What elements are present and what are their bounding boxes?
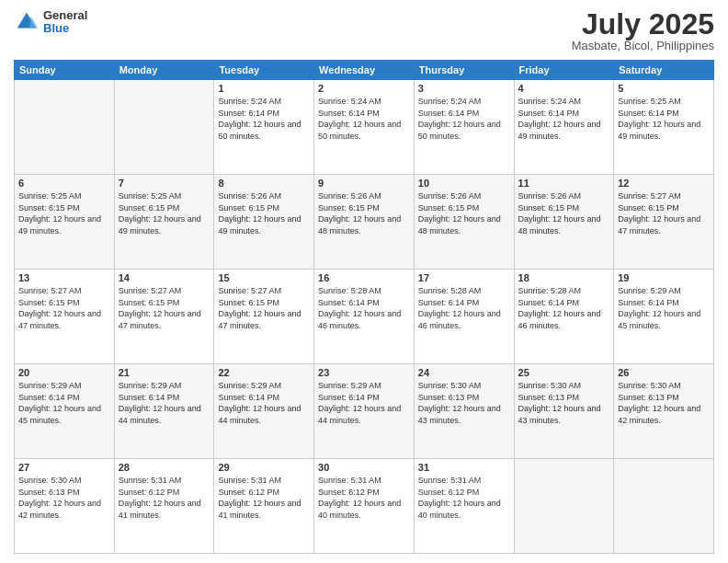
day-info: Sunrise: 5:25 AMSunset: 6:15 PMDaylight:… [18,190,110,236]
calendar-day-cell [15,80,115,175]
day-info: Sunrise: 5:24 AMSunset: 6:14 PMDaylight:… [518,96,610,142]
day-number: 20 [18,367,110,378]
calendar-day-cell: 21Sunrise: 5:29 AMSunset: 6:14 PMDayligh… [114,364,214,459]
day-number: 14 [119,272,210,283]
day-info: Sunrise: 5:24 AMSunset: 6:14 PMDaylight:… [218,96,310,142]
day-number: 30 [318,462,410,473]
day-number: 29 [218,462,310,473]
day-number: 31 [418,462,510,473]
day-number: 10 [418,178,510,189]
day-number: 9 [318,178,410,189]
calendar-location: Masbate, Bicol, Philippines [572,39,714,52]
logo: General Blue [14,9,87,36]
day-info: Sunrise: 5:27 AMSunset: 6:15 PMDaylight:… [618,190,710,236]
day-info: Sunrise: 5:27 AMSunset: 6:15 PMDaylight:… [18,285,110,331]
calendar-day-cell: 31Sunrise: 5:31 AMSunset: 6:12 PMDayligh… [414,459,514,554]
logo-blue: Blue [43,22,87,35]
calendar-day-cell: 23Sunrise: 5:29 AMSunset: 6:14 PMDayligh… [314,364,415,459]
calendar-day-cell: 8Sunrise: 5:26 AMSunset: 6:15 PMDaylight… [214,175,314,270]
day-info: Sunrise: 5:29 AMSunset: 6:14 PMDaylight:… [618,285,710,331]
calendar-day-cell: 7Sunrise: 5:25 AMSunset: 6:15 PMDaylight… [114,175,214,270]
day-number: 24 [418,367,510,378]
calendar-day-cell: 11Sunrise: 5:26 AMSunset: 6:15 PMDayligh… [514,175,614,270]
weekday-header: Sunday [15,61,115,80]
day-number: 19 [618,272,710,283]
day-number: 25 [518,367,610,378]
calendar-day-cell: 5Sunrise: 5:25 AMSunset: 6:14 PMDaylight… [614,80,714,175]
day-number: 17 [418,272,510,283]
calendar-day-cell: 10Sunrise: 5:26 AMSunset: 6:15 PMDayligh… [414,175,514,270]
day-number: 3 [418,83,510,94]
day-number: 4 [518,83,610,94]
day-number: 2 [318,83,410,94]
calendar-week-row: 6Sunrise: 5:25 AMSunset: 6:15 PMDaylight… [15,175,714,270]
day-info: Sunrise: 5:27 AMSunset: 6:15 PMDaylight:… [218,285,310,331]
day-info: Sunrise: 5:26 AMSunset: 6:15 PMDaylight:… [218,190,310,236]
day-info: Sunrise: 5:24 AMSunset: 6:14 PMDaylight:… [418,96,510,142]
calendar-day-cell: 16Sunrise: 5:28 AMSunset: 6:14 PMDayligh… [314,270,415,364]
day-info: Sunrise: 5:30 AMSunset: 6:13 PMDaylight:… [618,380,710,426]
calendar-day-cell: 20Sunrise: 5:29 AMSunset: 6:14 PMDayligh… [15,364,115,459]
calendar-day-cell: 17Sunrise: 5:28 AMSunset: 6:14 PMDayligh… [414,270,514,364]
weekday-header: Tuesday [214,61,314,80]
day-number: 7 [119,178,210,189]
calendar-day-cell: 15Sunrise: 5:27 AMSunset: 6:15 PMDayligh… [214,270,314,364]
calendar-day-cell: 2Sunrise: 5:24 AMSunset: 6:14 PMDaylight… [314,80,415,175]
day-info: Sunrise: 5:29 AMSunset: 6:14 PMDaylight:… [18,380,110,426]
day-number: 16 [318,272,410,283]
weekday-header: Friday [514,61,614,80]
day-number: 12 [618,178,710,189]
day-info: Sunrise: 5:25 AMSunset: 6:14 PMDaylight:… [618,96,710,142]
day-number: 15 [218,272,310,283]
calendar-day-cell: 26Sunrise: 5:30 AMSunset: 6:13 PMDayligh… [614,364,714,459]
day-info: Sunrise: 5:30 AMSunset: 6:13 PMDaylight:… [518,380,610,426]
svg-marker-1 [29,17,38,29]
day-number: 27 [18,462,110,473]
day-number: 1 [218,83,310,94]
day-info: Sunrise: 5:26 AMSunset: 6:15 PMDaylight:… [518,190,610,236]
day-info: Sunrise: 5:26 AMSunset: 6:15 PMDaylight:… [318,190,410,236]
calendar-day-cell: 27Sunrise: 5:30 AMSunset: 6:13 PMDayligh… [15,459,115,554]
calendar-day-cell [614,459,714,554]
weekday-header: Monday [114,61,214,80]
weekday-header: Wednesday [314,61,415,80]
calendar-day-cell [114,80,214,175]
day-info: Sunrise: 5:26 AMSunset: 6:15 PMDaylight:… [418,190,510,236]
page: General Blue July 2025 Masbate, Bicol, P… [0,0,728,563]
day-number: 26 [618,367,710,378]
calendar-day-cell: 24Sunrise: 5:30 AMSunset: 6:13 PMDayligh… [414,364,514,459]
title-block: July 2025 Masbate, Bicol, Philippines [572,9,714,52]
calendar-table: SundayMondayTuesdayWednesdayThursdayFrid… [14,60,714,554]
day-number: 13 [18,272,110,283]
day-number: 5 [618,83,710,94]
calendar-day-cell [514,459,614,554]
day-info: Sunrise: 5:28 AMSunset: 6:14 PMDaylight:… [318,285,410,331]
calendar-day-cell: 3Sunrise: 5:24 AMSunset: 6:14 PMDaylight… [414,80,514,175]
day-info: Sunrise: 5:31 AMSunset: 6:12 PMDaylight:… [318,475,410,521]
day-number: 6 [18,178,110,189]
calendar-day-cell: 14Sunrise: 5:27 AMSunset: 6:15 PMDayligh… [114,270,214,364]
calendar-day-cell: 18Sunrise: 5:28 AMSunset: 6:14 PMDayligh… [514,270,614,364]
day-info: Sunrise: 5:29 AMSunset: 6:14 PMDaylight:… [318,380,410,426]
day-info: Sunrise: 5:30 AMSunset: 6:13 PMDaylight:… [18,475,110,521]
logo-icon [14,9,40,35]
day-info: Sunrise: 5:30 AMSunset: 6:13 PMDaylight:… [418,380,510,426]
day-info: Sunrise: 5:27 AMSunset: 6:15 PMDaylight:… [119,285,210,331]
calendar-header-row: SundayMondayTuesdayWednesdayThursdayFrid… [15,61,714,80]
calendar-day-cell: 29Sunrise: 5:31 AMSunset: 6:12 PMDayligh… [214,459,314,554]
header: General Blue July 2025 Masbate, Bicol, P… [14,9,714,52]
calendar-week-row: 27Sunrise: 5:30 AMSunset: 6:13 PMDayligh… [15,459,714,554]
day-info: Sunrise: 5:24 AMSunset: 6:14 PMDaylight:… [318,96,410,142]
calendar-day-cell: 28Sunrise: 5:31 AMSunset: 6:12 PMDayligh… [114,459,214,554]
calendar-day-cell: 13Sunrise: 5:27 AMSunset: 6:15 PMDayligh… [15,270,115,364]
day-info: Sunrise: 5:29 AMSunset: 6:14 PMDaylight:… [218,380,310,426]
calendar-day-cell: 6Sunrise: 5:25 AMSunset: 6:15 PMDaylight… [15,175,115,270]
calendar-day-cell: 25Sunrise: 5:30 AMSunset: 6:13 PMDayligh… [514,364,614,459]
calendar-day-cell: 22Sunrise: 5:29 AMSunset: 6:14 PMDayligh… [214,364,314,459]
calendar-day-cell: 9Sunrise: 5:26 AMSunset: 6:15 PMDaylight… [314,175,415,270]
calendar-day-cell: 4Sunrise: 5:24 AMSunset: 6:14 PMDaylight… [514,80,614,175]
day-info: Sunrise: 5:28 AMSunset: 6:14 PMDaylight:… [518,285,610,331]
calendar-week-row: 13Sunrise: 5:27 AMSunset: 6:15 PMDayligh… [15,270,714,364]
day-info: Sunrise: 5:31 AMSunset: 6:12 PMDaylight:… [418,475,510,521]
logo-text: General Blue [43,9,87,36]
